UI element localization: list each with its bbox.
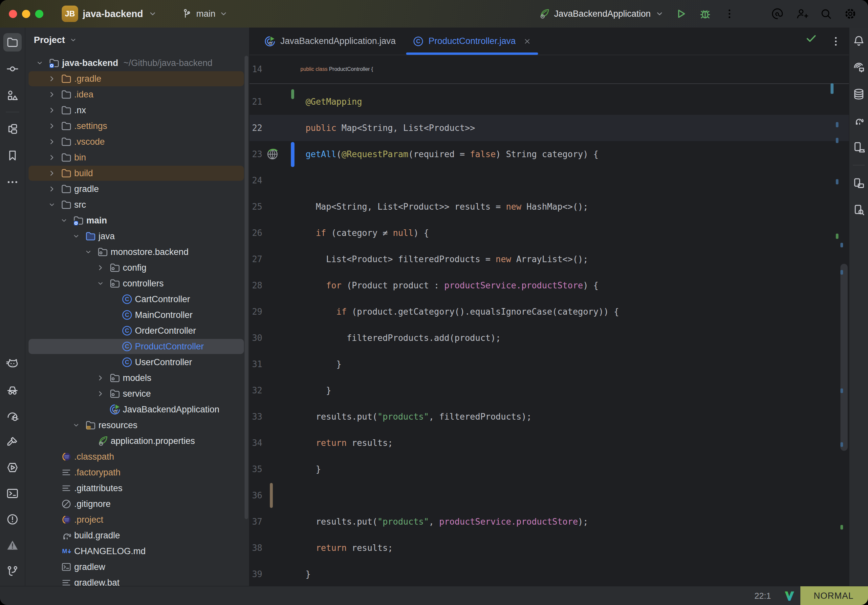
code-line-32[interactable]: 32 } <box>250 377 849 404</box>
chevron-down-icon[interactable] <box>57 216 71 225</box>
tool-commit-button[interactable] <box>3 56 22 82</box>
project-widget[interactable]: JB java-backend <box>62 6 158 22</box>
tree-row-changelog-md[interactable]: MCHANGELOG.md <box>25 543 245 559</box>
tool-device-explorer-button[interactable] <box>849 197 868 223</box>
tree-row-ordercontroller[interactable]: COrderController <box>25 323 245 339</box>
chevron-right-icon[interactable] <box>45 74 59 84</box>
chevron-right-icon[interactable] <box>93 373 108 383</box>
chevron-right-icon[interactable] <box>45 90 59 99</box>
tree-row-java-backend[interactable]: java-backend~/Github/java-backend <box>25 55 245 71</box>
run-configuration-selector[interactable]: JavaBackendApplication <box>538 8 665 20</box>
code-line-34[interactable]: 34 return results; <box>250 430 849 456</box>
minimize-window-button[interactable] <box>22 10 30 18</box>
chevron-down-icon[interactable] <box>33 59 47 67</box>
run-button[interactable] <box>673 6 689 22</box>
tree-row--gradle[interactable]: .gradle <box>25 71 245 87</box>
inspections-ok-icon[interactable] <box>805 32 817 45</box>
tree-row-resources[interactable]: resources <box>25 417 245 433</box>
chevron-down-icon[interactable] <box>81 248 96 256</box>
code-line-33[interactable]: 33 results.put("products", filteredProdu… <box>250 404 849 430</box>
tool-bookmarks-button[interactable] <box>3 142 22 169</box>
tree-row-service[interactable]: service <box>25 386 245 402</box>
tree-row-config[interactable]: config <box>25 260 245 275</box>
tree-row-monostore-backend[interactable]: monostore.backend <box>25 244 245 260</box>
tree-row--idea[interactable]: .idea <box>25 87 245 102</box>
chevron-right-icon[interactable] <box>45 153 59 162</box>
tree-row-maincontroller[interactable]: CMainController <box>25 307 245 323</box>
code-line-25[interactable]: 25 Map<String, List<Product>> results = … <box>250 193 849 220</box>
tool-profiler-button[interactable] <box>3 402 22 429</box>
code-line-31[interactable]: 31 } <box>250 351 849 377</box>
tool-problems-button[interactable] <box>3 506 22 532</box>
chevron-down-icon[interactable] <box>69 232 84 240</box>
tree-row-controllers[interactable]: controllers <box>25 275 245 291</box>
close-window-button[interactable] <box>9 10 17 18</box>
tool-warnings-button[interactable] <box>3 532 22 558</box>
tool-device-manager-button[interactable] <box>849 134 868 161</box>
tool-running-devices-button[interactable] <box>849 170 868 197</box>
tree-row-models[interactable]: models <box>25 370 245 386</box>
tool-build-hammer-button[interactable] <box>3 429 22 454</box>
tree-row-gradlew[interactable]: gradlew <box>25 559 245 575</box>
tree-row-build[interactable]: build <box>25 166 245 181</box>
chevron-right-icon[interactable] <box>45 121 59 131</box>
tool-structure-button[interactable] <box>3 82 22 108</box>
tree-row--project[interactable]: .project <box>25 512 245 528</box>
tool-git-branch-button[interactable] <box>3 558 22 584</box>
code-viewport[interactable]: 21 @GetMapping22 public Map<String, List… <box>250 84 849 586</box>
tree-row-main[interactable]: main <box>25 213 245 228</box>
project-tree-scrollbar[interactable] <box>245 56 248 519</box>
tree-row-cartcontroller[interactable]: CCartController <box>25 291 245 307</box>
code-line-38[interactable]: 38 return results; <box>250 535 849 561</box>
chevron-right-icon[interactable] <box>93 263 108 272</box>
debug-button[interactable] <box>697 6 713 22</box>
tree-row-java[interactable]: java <box>25 228 245 244</box>
code-line-28[interactable]: 28 for (Product product : productService… <box>250 272 849 299</box>
chevron-right-icon[interactable] <box>45 184 59 194</box>
chevron-right-icon[interactable] <box>93 389 108 399</box>
code-line-30[interactable]: 30 filteredProducts.add(product); <box>250 325 849 351</box>
tool-more-horizontal-button[interactable] <box>3 169 22 195</box>
chevron-down-icon[interactable] <box>45 200 59 209</box>
chevron-right-icon[interactable] <box>45 168 59 178</box>
editor-scrollbar[interactable] <box>840 264 848 451</box>
code-line-37[interactable]: 37 results.put("products", productServic… <box>250 509 849 535</box>
code-line-23[interactable]: 23 getAll(@RequestParam(required = false… <box>250 141 849 167</box>
code-line-35[interactable]: 35 } <box>250 456 849 482</box>
code-line-39[interactable]: 39 } <box>250 561 849 586</box>
chevron-down-icon[interactable] <box>93 279 108 288</box>
more-actions-button[interactable] <box>722 6 737 22</box>
tool-services-button[interactable] <box>3 454 22 480</box>
project-panel-header[interactable]: Project <box>25 28 249 53</box>
code-line-27[interactable]: 27 List<Product> filteredProducts = new … <box>250 246 849 272</box>
code-line-29[interactable]: 29 if (product.getCategory().equalsIgnor… <box>250 299 849 325</box>
tree-row--nx[interactable]: .nx <box>25 102 245 118</box>
code-line-24[interactable]: 24 <box>250 167 849 193</box>
tree-row--classpath[interactable]: .classpath <box>25 449 245 464</box>
endpoint-globe-icon[interactable] <box>266 148 279 161</box>
close-tab-icon[interactable] <box>523 37 532 46</box>
sticky-line[interactable]: 14public class ProductController { <box>250 55 849 84</box>
search-everywhere-button[interactable] <box>818 6 834 22</box>
zoom-window-button[interactable] <box>35 10 43 18</box>
tree-row--vscode[interactable]: .vscode <box>25 134 245 150</box>
tree-row-application-properties[interactable]: application.properties <box>25 433 245 449</box>
code-line-26[interactable]: 26 if (category ≠ null) { <box>250 220 849 246</box>
vim-mode-badge[interactable]: NORMAL <box>800 586 868 605</box>
chevron-right-icon[interactable] <box>45 137 59 147</box>
code-with-me-button[interactable] <box>794 6 809 22</box>
tool-copilot-cat-button[interactable] <box>3 351 22 377</box>
tree-row--settings[interactable]: .settings <box>25 118 245 134</box>
tree-row-gradlew-bat[interactable]: gradlew.bat <box>25 575 245 586</box>
tab-options-button[interactable] <box>830 36 842 47</box>
tree-row--gitignore[interactable]: .gitignore <box>25 496 245 512</box>
tree-row-productcontroller[interactable]: CProductController <box>25 339 245 354</box>
tree-row-javabackendapplication[interactable]: JavaBackendApplication <box>25 402 245 417</box>
ideavim-icon[interactable] <box>783 589 796 602</box>
tree-row--gitattributes[interactable]: .gitattributes <box>25 480 245 496</box>
code-line-36[interactable]: 36 <box>250 482 849 509</box>
tool-incognito-button[interactable] <box>3 377 22 402</box>
tool-gradle-button[interactable] <box>849 107 868 134</box>
tool-bell-button[interactable] <box>849 28 868 54</box>
tool-dependencies-button[interactable] <box>3 116 22 142</box>
